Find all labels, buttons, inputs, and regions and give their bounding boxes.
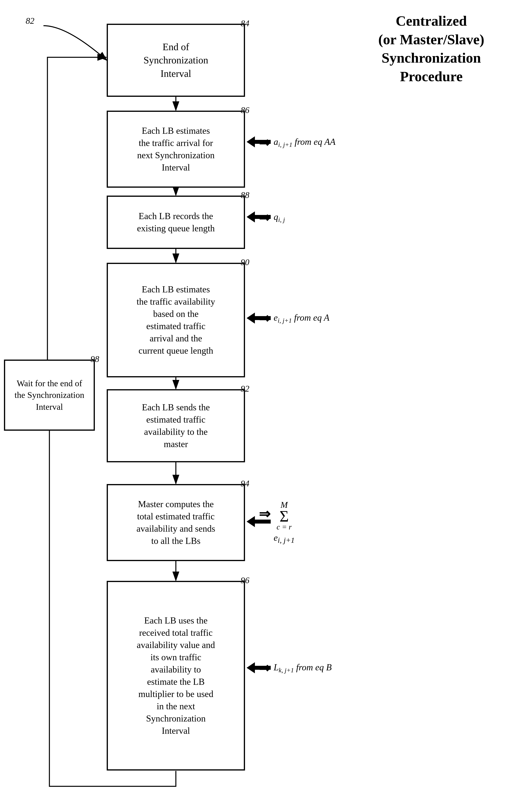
annotation-q: ⇒ qi, j [259,209,285,226]
box-84-text: End ofSynchronizationInterval [143,40,208,80]
node-94-label: 94 [241,478,506,488]
arrow-right-l: ⇒ [259,660,270,676]
box-98-text: Wait for the end ofthe SynchronizationIn… [14,378,84,413]
node-90-label: 90 [241,257,506,267]
title-line2: (or Master/Slave) [378,31,484,49]
sum-term: ei, j+1 [274,532,295,545]
annotation-e: ⇒ ei, j+1 from eq A [259,310,329,327]
box-96: Each LB uses thereceived total trafficav… [107,581,245,771]
node-98-label: 98 [90,354,506,364]
box-98: Wait for the end ofthe SynchronizationIn… [4,359,95,431]
node-92-label: 92 [241,384,506,394]
node-82-label: 82 [26,16,34,26]
arrow-right-sum: ⇒ [259,506,270,522]
diagram-container: Centralized (or Master/Slave) Synchroniz… [0,0,508,812]
box-88: Each LB records theexisting queue length [107,196,245,249]
node-96-label: 96 [241,575,506,585]
annotation-e-text: ei, j+1 from eq A [274,312,329,324]
box-92-text: Each LB sends theestimated trafficavaila… [142,401,210,450]
node-88-label: 88 [241,190,506,200]
box-88-text: Each LB records theexisting queue length [137,210,215,234]
sum-symbol: Σ [280,510,289,522]
box-94-text: Master computes thetotal estimated traff… [136,498,215,547]
annotation-l: ⇒ Lk, j+1 from eq B [259,660,332,676]
annotation-a: ⇒ ai, j+1 from eq AA [259,134,336,151]
sum-lower: c = r [277,522,292,531]
sum-expression: M Σ c = r ei, j+1 [274,500,295,545]
box-86-text: Each LB estimatesthe traffic arrival for… [137,125,215,174]
box-90-text: Each LB estimatesthe traffic availabilit… [136,283,215,357]
box-92: Each LB sends theestimated trafficavaila… [107,389,245,462]
node-86-label: 86 [241,105,506,115]
box-84: End ofSynchronizationInterval [107,24,245,97]
annotation-q-text: qi, j [274,212,285,223]
annotation-a-text: ai, j+1 from eq AA [274,136,336,148]
box-94: Master computes thetotal estimated traff… [107,484,245,561]
node-84-label: 84 [241,18,506,29]
box-86: Each LB estimatesthe traffic arrival for… [107,111,245,188]
annotation-sum: ⇒ M Σ c = r ei, j+1 [259,500,295,545]
annotation-l-text: Lk, j+1 from eq B [274,662,332,674]
box-96-text: Each LB uses thereceived total trafficav… [137,614,215,737]
arrow-right-e: ⇒ [259,310,270,327]
title-line3: Synchronization [378,49,484,68]
arrow-right-q: ⇒ [259,209,270,226]
title-line4: Procedure [378,68,484,86]
arrow-right-a: ⇒ [259,134,270,151]
